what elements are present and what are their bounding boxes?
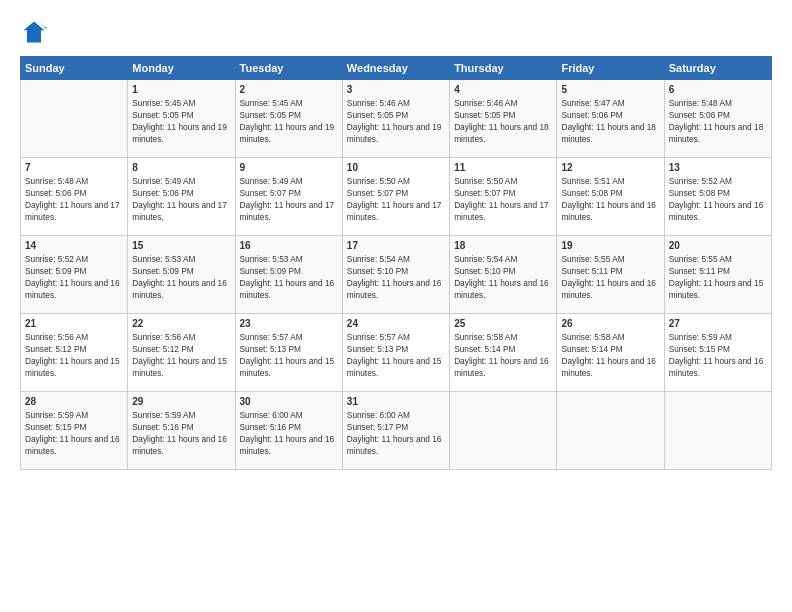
day-info: Sunrise: 5:57 AMSunset: 5:13 PMDaylight:… <box>347 331 445 379</box>
day-number: 24 <box>347 318 445 329</box>
day-number: 10 <box>347 162 445 173</box>
weekday-sunday: Sunday <box>21 57 128 80</box>
day-info: Sunrise: 5:55 AMSunset: 5:11 PMDaylight:… <box>561 253 659 301</box>
day-info: Sunrise: 5:57 AMSunset: 5:13 PMDaylight:… <box>240 331 338 379</box>
day-info: Sunrise: 6:00 AMSunset: 5:17 PMDaylight:… <box>347 409 445 457</box>
day-cell: 18Sunrise: 5:54 AMSunset: 5:10 PMDayligh… <box>450 236 557 314</box>
day-cell: 3Sunrise: 5:46 AMSunset: 5:05 PMDaylight… <box>342 80 449 158</box>
day-info: Sunrise: 5:51 AMSunset: 5:08 PMDaylight:… <box>561 175 659 223</box>
day-info: Sunrise: 5:53 AMSunset: 5:09 PMDaylight:… <box>240 253 338 301</box>
day-number: 26 <box>561 318 659 329</box>
day-info: Sunrise: 5:56 AMSunset: 5:12 PMDaylight:… <box>25 331 123 379</box>
day-info: Sunrise: 5:45 AMSunset: 5:05 PMDaylight:… <box>132 97 230 145</box>
day-number: 22 <box>132 318 230 329</box>
day-cell: 16Sunrise: 5:53 AMSunset: 5:09 PMDayligh… <box>235 236 342 314</box>
day-number: 4 <box>454 84 552 95</box>
day-info: Sunrise: 5:45 AMSunset: 5:05 PMDaylight:… <box>240 97 338 145</box>
day-info: Sunrise: 5:46 AMSunset: 5:05 PMDaylight:… <box>454 97 552 145</box>
day-cell: 21Sunrise: 5:56 AMSunset: 5:12 PMDayligh… <box>21 314 128 392</box>
day-cell <box>450 392 557 470</box>
svg-marker-0 <box>24 22 45 43</box>
day-info: Sunrise: 5:55 AMSunset: 5:11 PMDaylight:… <box>669 253 767 301</box>
day-info: Sunrise: 5:59 AMSunset: 5:15 PMDaylight:… <box>669 331 767 379</box>
day-info: Sunrise: 5:54 AMSunset: 5:10 PMDaylight:… <box>347 253 445 301</box>
day-number: 2 <box>240 84 338 95</box>
day-number: 3 <box>347 84 445 95</box>
day-cell: 23Sunrise: 5:57 AMSunset: 5:13 PMDayligh… <box>235 314 342 392</box>
day-info: Sunrise: 5:52 AMSunset: 5:09 PMDaylight:… <box>25 253 123 301</box>
day-info: Sunrise: 5:49 AMSunset: 5:06 PMDaylight:… <box>132 175 230 223</box>
day-cell: 27Sunrise: 5:59 AMSunset: 5:15 PMDayligh… <box>664 314 771 392</box>
day-cell: 6Sunrise: 5:48 AMSunset: 5:06 PMDaylight… <box>664 80 771 158</box>
day-info: Sunrise: 5:52 AMSunset: 5:08 PMDaylight:… <box>669 175 767 223</box>
day-cell: 10Sunrise: 5:50 AMSunset: 5:07 PMDayligh… <box>342 158 449 236</box>
day-info: Sunrise: 5:48 AMSunset: 5:06 PMDaylight:… <box>25 175 123 223</box>
day-cell: 20Sunrise: 5:55 AMSunset: 5:11 PMDayligh… <box>664 236 771 314</box>
day-cell: 7Sunrise: 5:48 AMSunset: 5:06 PMDaylight… <box>21 158 128 236</box>
day-number: 9 <box>240 162 338 173</box>
day-cell: 9Sunrise: 5:49 AMSunset: 5:07 PMDaylight… <box>235 158 342 236</box>
day-cell: 29Sunrise: 5:59 AMSunset: 5:16 PMDayligh… <box>128 392 235 470</box>
week-row-2: 7Sunrise: 5:48 AMSunset: 5:06 PMDaylight… <box>21 158 772 236</box>
day-cell: 14Sunrise: 5:52 AMSunset: 5:09 PMDayligh… <box>21 236 128 314</box>
day-info: Sunrise: 5:50 AMSunset: 5:07 PMDaylight:… <box>454 175 552 223</box>
day-number: 27 <box>669 318 767 329</box>
day-number: 16 <box>240 240 338 251</box>
week-row-4: 21Sunrise: 5:56 AMSunset: 5:12 PMDayligh… <box>21 314 772 392</box>
day-cell: 12Sunrise: 5:51 AMSunset: 5:08 PMDayligh… <box>557 158 664 236</box>
day-number: 12 <box>561 162 659 173</box>
week-row-3: 14Sunrise: 5:52 AMSunset: 5:09 PMDayligh… <box>21 236 772 314</box>
day-cell <box>21 80 128 158</box>
day-cell: 15Sunrise: 5:53 AMSunset: 5:09 PMDayligh… <box>128 236 235 314</box>
logo-icon <box>20 18 48 46</box>
day-cell: 30Sunrise: 6:00 AMSunset: 5:16 PMDayligh… <box>235 392 342 470</box>
day-info: Sunrise: 5:59 AMSunset: 5:15 PMDaylight:… <box>25 409 123 457</box>
calendar-table: SundayMondayTuesdayWednesdayThursdayFrid… <box>20 56 772 470</box>
day-number: 28 <box>25 396 123 407</box>
logo <box>20 18 52 46</box>
day-cell: 26Sunrise: 5:58 AMSunset: 5:14 PMDayligh… <box>557 314 664 392</box>
weekday-friday: Friday <box>557 57 664 80</box>
day-cell <box>664 392 771 470</box>
day-number: 15 <box>132 240 230 251</box>
weekday-saturday: Saturday <box>664 57 771 80</box>
day-number: 19 <box>561 240 659 251</box>
weekday-monday: Monday <box>128 57 235 80</box>
day-info: Sunrise: 5:58 AMSunset: 5:14 PMDaylight:… <box>454 331 552 379</box>
day-number: 21 <box>25 318 123 329</box>
day-cell: 31Sunrise: 6:00 AMSunset: 5:17 PMDayligh… <box>342 392 449 470</box>
day-number: 13 <box>669 162 767 173</box>
day-cell: 1Sunrise: 5:45 AMSunset: 5:05 PMDaylight… <box>128 80 235 158</box>
day-info: Sunrise: 6:00 AMSunset: 5:16 PMDaylight:… <box>240 409 338 457</box>
day-info: Sunrise: 5:59 AMSunset: 5:16 PMDaylight:… <box>132 409 230 457</box>
day-cell: 5Sunrise: 5:47 AMSunset: 5:06 PMDaylight… <box>557 80 664 158</box>
weekday-tuesday: Tuesday <box>235 57 342 80</box>
day-cell: 4Sunrise: 5:46 AMSunset: 5:05 PMDaylight… <box>450 80 557 158</box>
day-number: 6 <box>669 84 767 95</box>
page: SundayMondayTuesdayWednesdayThursdayFrid… <box>0 0 792 612</box>
week-row-5: 28Sunrise: 5:59 AMSunset: 5:15 PMDayligh… <box>21 392 772 470</box>
day-cell <box>557 392 664 470</box>
day-info: Sunrise: 5:53 AMSunset: 5:09 PMDaylight:… <box>132 253 230 301</box>
day-info: Sunrise: 5:48 AMSunset: 5:06 PMDaylight:… <box>669 97 767 145</box>
day-number: 31 <box>347 396 445 407</box>
day-cell: 13Sunrise: 5:52 AMSunset: 5:08 PMDayligh… <box>664 158 771 236</box>
day-cell: 11Sunrise: 5:50 AMSunset: 5:07 PMDayligh… <box>450 158 557 236</box>
day-number: 30 <box>240 396 338 407</box>
header <box>20 18 772 46</box>
day-number: 14 <box>25 240 123 251</box>
day-cell: 24Sunrise: 5:57 AMSunset: 5:13 PMDayligh… <box>342 314 449 392</box>
day-info: Sunrise: 5:46 AMSunset: 5:05 PMDaylight:… <box>347 97 445 145</box>
day-info: Sunrise: 5:49 AMSunset: 5:07 PMDaylight:… <box>240 175 338 223</box>
week-row-1: 1Sunrise: 5:45 AMSunset: 5:05 PMDaylight… <box>21 80 772 158</box>
weekday-thursday: Thursday <box>450 57 557 80</box>
day-number: 8 <box>132 162 230 173</box>
day-number: 25 <box>454 318 552 329</box>
day-cell: 19Sunrise: 5:55 AMSunset: 5:11 PMDayligh… <box>557 236 664 314</box>
day-number: 7 <box>25 162 123 173</box>
day-number: 20 <box>669 240 767 251</box>
day-info: Sunrise: 5:47 AMSunset: 5:06 PMDaylight:… <box>561 97 659 145</box>
day-number: 23 <box>240 318 338 329</box>
day-number: 29 <box>132 396 230 407</box>
weekday-wednesday: Wednesday <box>342 57 449 80</box>
